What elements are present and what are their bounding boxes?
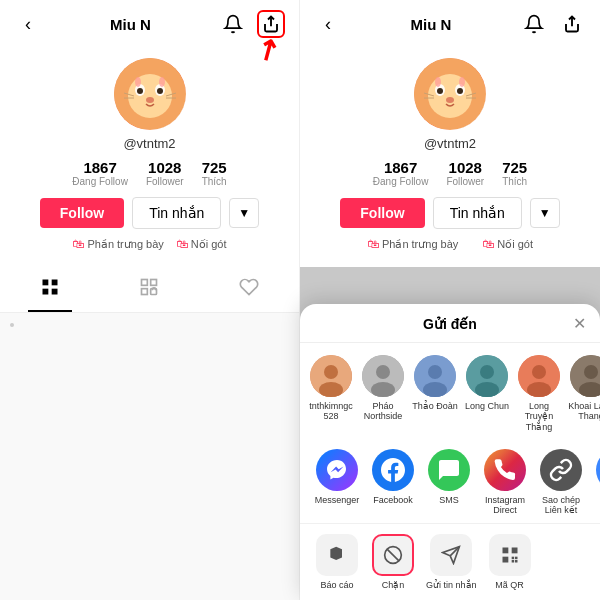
contact-avatar-tnth bbox=[310, 355, 352, 397]
close-share-sheet-button[interactable]: ✕ bbox=[573, 314, 586, 333]
svg-point-32 bbox=[457, 88, 463, 94]
svg-point-14 bbox=[135, 77, 141, 87]
noi-got-link[interactable]: 🛍 Nối gót bbox=[176, 237, 227, 251]
right-stats: 1867 Đang Follow 1028 Follower 725 Thích bbox=[373, 159, 527, 187]
svg-rect-70 bbox=[511, 560, 514, 563]
right-profile: @vtntm2 1867 Đang Follow 1028 Follower 7… bbox=[300, 48, 600, 267]
tab-locked[interactable] bbox=[127, 273, 171, 312]
share-sheet-title: Gửi đến bbox=[423, 316, 477, 332]
action-label-send-message: Gửi tin nhắn bbox=[426, 580, 477, 590]
block-icon-box bbox=[372, 534, 414, 576]
svg-point-33 bbox=[446, 97, 454, 103]
left-header-icons bbox=[219, 10, 285, 38]
right-shop-icon: 🛍 bbox=[367, 237, 379, 251]
share-sheet-header: Gửi đến ✕ bbox=[300, 316, 600, 343]
svg-point-44 bbox=[376, 365, 390, 379]
messenger-icon bbox=[316, 449, 358, 491]
contact-name-long-chun: Long Chun bbox=[465, 401, 509, 412]
shop-icon: 🛍 bbox=[72, 237, 84, 251]
shop-label: Phần trưng bày bbox=[87, 238, 163, 251]
right-panel: ‹ Miu N bbox=[300, 0, 600, 600]
contact-long-chun[interactable]: Long Chun bbox=[464, 355, 510, 433]
right-bell-icon[interactable] bbox=[520, 10, 548, 38]
right-message-button[interactable]: Tin nhắn bbox=[433, 197, 522, 229]
right-shop-link[interactable]: 🛍 Phần trưng bày bbox=[367, 237, 458, 251]
svg-point-39 bbox=[459, 77, 465, 87]
right-follow-button[interactable]: Follow bbox=[340, 198, 424, 228]
contact-avatar-phao bbox=[362, 355, 404, 397]
tab-likes[interactable] bbox=[227, 273, 271, 312]
svg-line-62 bbox=[387, 549, 399, 561]
right-noi-got-label: Nối gót bbox=[497, 238, 533, 251]
more-icon bbox=[596, 449, 600, 491]
svg-point-50 bbox=[480, 365, 494, 379]
contact-name-tnth: tnthkimngc 528 bbox=[308, 401, 354, 423]
svg-rect-22 bbox=[142, 289, 148, 295]
dropdown-button[interactable]: ▼ bbox=[229, 198, 259, 228]
send-message-icon-box bbox=[430, 534, 472, 576]
action-report[interactable]: Báo cáo bbox=[314, 534, 360, 590]
contacts-row: tnthkimngc 528 Pháo Northside Thảo Đoàn … bbox=[300, 343, 600, 441]
share-icon[interactable] bbox=[257, 10, 285, 38]
action-label-block: Chặn bbox=[382, 580, 405, 590]
svg-rect-21 bbox=[151, 280, 157, 286]
svg-rect-66 bbox=[511, 548, 517, 554]
right-username: @vtntm2 bbox=[424, 136, 476, 151]
app-instagram[interactable]: Instagram Direct bbox=[482, 449, 528, 515]
contact-long-truyen[interactable]: Long Truyện Thắng bbox=[516, 355, 562, 433]
right-stat-follower: 1028 Follower bbox=[446, 159, 484, 187]
left-title: Miu N bbox=[110, 16, 151, 33]
app-messenger[interactable]: Messenger bbox=[314, 449, 360, 515]
svg-point-15 bbox=[159, 77, 165, 87]
noi-got-label: Nối gót bbox=[191, 238, 227, 251]
report-icon-box bbox=[316, 534, 358, 576]
message-button[interactable]: Tin nhắn bbox=[132, 197, 221, 229]
left-links: 🛍 Phần trưng bày 🛍 Nối gót bbox=[72, 237, 226, 251]
tab-videos[interactable] bbox=[28, 273, 72, 312]
stat-following: 1867 Đang Follow bbox=[72, 159, 128, 187]
left-username: @vtntm2 bbox=[123, 136, 175, 151]
left-actions: Follow Tin nhắn ▼ bbox=[0, 197, 299, 229]
svg-rect-17 bbox=[51, 280, 57, 286]
left-profile: @vtntm2 1867 Đang Follow 1028 Follower 7… bbox=[0, 48, 299, 267]
instagram-icon bbox=[484, 449, 526, 491]
svg-point-28 bbox=[428, 74, 472, 118]
app-more[interactable]: Thêm bbox=[594, 449, 600, 515]
sms-icon bbox=[428, 449, 470, 491]
left-avatar bbox=[114, 58, 186, 130]
stat-follower: 1028 Follower bbox=[146, 159, 184, 187]
contact-phao[interactable]: Pháo Northside bbox=[360, 355, 406, 433]
action-block[interactable]: Chặn bbox=[370, 534, 416, 590]
right-share-icon[interactable] bbox=[558, 10, 586, 38]
bell-icon[interactable] bbox=[219, 10, 247, 38]
app-sms[interactable]: SMS bbox=[426, 449, 472, 515]
right-dropdown-button[interactable]: ▼ bbox=[530, 198, 560, 228]
svg-point-7 bbox=[137, 88, 143, 94]
action-qr[interactable]: Mã QR bbox=[487, 534, 533, 590]
contact-tnth[interactable]: tnthkimngc 528 bbox=[308, 355, 354, 433]
right-avatar bbox=[414, 58, 486, 130]
svg-point-38 bbox=[435, 77, 441, 87]
follow-button[interactable]: Follow bbox=[40, 198, 124, 228]
contact-avatar-long-chun bbox=[466, 355, 508, 397]
share-sheet: Gửi đến ✕ tnthkimngc 528 Pháo Northside bbox=[300, 304, 600, 600]
app-name-messenger: Messenger bbox=[315, 495, 360, 505]
left-content bbox=[0, 313, 299, 600]
right-back-button[interactable]: ‹ bbox=[314, 10, 342, 38]
contact-khoai[interactable]: Khoai Lang Thang bbox=[568, 355, 600, 433]
bottom-actions-row: Báo cáo Chặn Gửi tin nhắ bbox=[300, 524, 600, 600]
facebook-icon bbox=[372, 449, 414, 491]
svg-point-47 bbox=[428, 365, 442, 379]
app-copy-link[interactable]: Sao chép Liên kết bbox=[538, 449, 584, 515]
contact-avatar-khoai bbox=[570, 355, 600, 397]
back-button[interactable]: ‹ bbox=[14, 10, 42, 38]
app-facebook[interactable]: Facebook bbox=[370, 449, 416, 515]
right-noi-got-link[interactable]: 🛍 Nối gót bbox=[482, 237, 533, 251]
svg-rect-68 bbox=[511, 557, 514, 560]
right-shop-label: Phần trưng bày bbox=[382, 238, 458, 251]
app-name-instagram: Instagram Direct bbox=[482, 495, 528, 515]
contact-thao[interactable]: Thảo Đoàn bbox=[412, 355, 458, 433]
shop-link[interactable]: 🛍 Phần trưng bày bbox=[72, 237, 163, 251]
app-name-sms: SMS bbox=[439, 495, 459, 505]
action-send-message[interactable]: Gửi tin nhắn bbox=[426, 534, 477, 590]
